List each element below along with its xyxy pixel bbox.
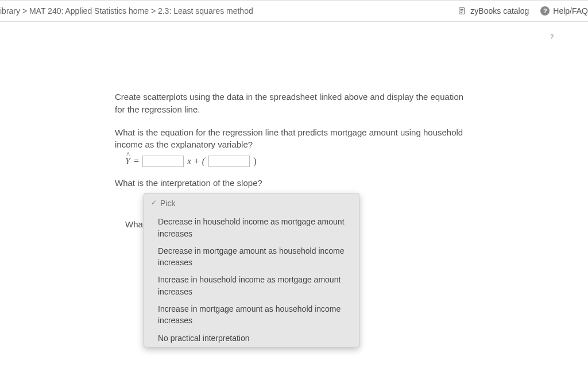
question-2: What is the interpretation of the slope?: [115, 177, 471, 189]
main-content: Create scatterplots using the data in th…: [115, 91, 471, 368]
question-1: What is the equation for the regression …: [115, 126, 471, 152]
dropdown-option-3[interactable]: Increase in household income as mortgage…: [144, 271, 359, 300]
help-icon: ?: [540, 6, 550, 16]
close-paren: ): [253, 154, 256, 168]
y-hat-symbol: ^Y: [125, 154, 130, 168]
top-bar: ibrary > MAT 240: Applied Statistics hom…: [0, 0, 588, 22]
top-right-links: zyBooks catalog ? Help/FAQ: [458, 6, 588, 16]
help-label: Help/FAQ: [553, 6, 588, 16]
dropdown-option-4[interactable]: Increase in mortgage amount as household…: [144, 300, 359, 330]
x-plus-text: x + (: [187, 154, 205, 168]
catalog-link[interactable]: zyBooks catalog: [458, 6, 529, 16]
dropdown-wrapper: Wha ✓ Pick Decrease in household income …: [125, 193, 471, 347]
hidden-wha-text: Wha: [125, 218, 143, 231]
instructions-text: Create scatterplots using the data in th…: [115, 91, 471, 116]
dropdown-pick-header[interactable]: ✓ Pick: [144, 193, 359, 213]
slope-input[interactable]: [142, 156, 184, 167]
dropdown-option-1[interactable]: Decrease in household income as mortgage…: [144, 213, 359, 242]
intercept-input[interactable]: [208, 156, 250, 167]
catalog-icon: [458, 6, 467, 16]
dropdown-option-5[interactable]: No practical interpretation: [144, 330, 359, 347]
catalog-label: zyBooks catalog: [470, 6, 529, 16]
breadcrumb[interactable]: ibrary > MAT 240: Applied Statistics hom…: [0, 6, 253, 16]
question-badge: ?: [550, 33, 554, 40]
check-icon: ✓: [151, 198, 157, 208]
equation-row: ^Y = x + ( ): [125, 154, 471, 168]
dropdown-option-2[interactable]: Decrease in mortgage amount as household…: [144, 242, 359, 272]
slope-interpretation-dropdown[interactable]: ✓ Pick Decrease in household income as m…: [144, 193, 359, 347]
equals-sign: =: [134, 154, 139, 168]
pick-label: Pick: [160, 197, 175, 209]
help-link[interactable]: ? Help/FAQ: [540, 6, 588, 16]
